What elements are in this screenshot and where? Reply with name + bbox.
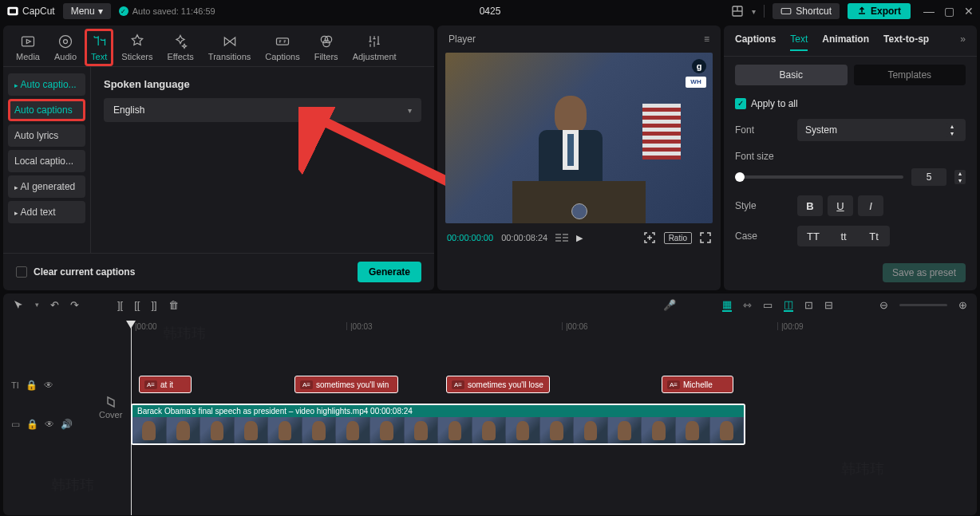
bold-button[interactable]: B xyxy=(797,195,823,216)
video-clip[interactable]: Barack Obama's final speech as president… xyxy=(131,404,745,445)
tool-tabs: Media Audio Text Stickers Effects Transi… xyxy=(3,26,434,67)
cursor-chevron[interactable]: ▾ xyxy=(35,301,39,309)
autosave-text: Auto saved: 11:46:59 xyxy=(132,6,215,16)
generate-button[interactable]: Generate xyxy=(358,262,421,282)
subtab-templates[interactable]: Templates xyxy=(854,65,966,85)
list-icon[interactable] xyxy=(555,233,568,242)
tab-filters[interactable]: Filters xyxy=(308,29,345,66)
cover-button[interactable]: Cover xyxy=(99,396,122,419)
rtab-animation[interactable]: Animation xyxy=(822,33,869,51)
sidebar-auto-captions[interactable]: Auto captions xyxy=(8,99,85,121)
autosave-status: ✓ Auto saved: 11:46:59 xyxy=(119,6,215,16)
fontsize-value[interactable]: 5 xyxy=(911,168,946,186)
rtab-tts[interactable]: Text-to-sp xyxy=(883,33,929,51)
split-button[interactable]: ]​[ xyxy=(117,299,123,311)
sidebar-add-text[interactable]: Add text xyxy=(8,201,85,223)
text-track-icon: TI xyxy=(11,380,19,390)
apply-to-all[interactable]: ✓ Apply to all xyxy=(735,98,966,109)
play-button[interactable]: ▶ xyxy=(576,233,583,243)
caption-clip[interactable]: A≡Michelle xyxy=(662,376,733,393)
caption-track-body[interactable]: A≡at itA≡sometimes you'll winA≡sometimes… xyxy=(131,373,977,397)
font-stepper[interactable]: ▴▾ xyxy=(946,123,958,137)
tab-text[interactable]: Text xyxy=(85,29,113,66)
font-select[interactable]: System ▴▾ xyxy=(797,119,966,141)
trim-left-button[interactable]: [​[ xyxy=(134,299,140,311)
fontsize-slider[interactable] xyxy=(735,175,903,179)
layout-chevron[interactable]: ▾ xyxy=(752,7,756,16)
tab-stickers-label: Stickers xyxy=(121,52,152,61)
language-select[interactable]: English ▾ xyxy=(104,98,421,122)
language-value: English xyxy=(113,104,144,116)
magnet-icon[interactable]: ▦ xyxy=(722,298,732,312)
subtab-basic[interactable]: Basic xyxy=(735,65,848,85)
tab-stickers[interactable]: Stickers xyxy=(115,29,159,66)
maximize-button[interactable]: ▢ xyxy=(944,5,954,18)
tab-media[interactable]: Media xyxy=(10,29,46,66)
caption-clip[interactable]: A≡sometimes you'll lose xyxy=(446,376,550,393)
link-icon[interactable]: ⇿ xyxy=(743,299,752,311)
sidebar-auto-caption-group[interactable]: Auto captio... xyxy=(8,73,85,96)
eye-icon[interactable]: 👁 xyxy=(45,419,54,430)
video-track-icon: ▭ xyxy=(11,419,20,430)
mute-icon[interactable]: 🔊 xyxy=(61,419,73,430)
zoom-slider[interactable] xyxy=(899,304,947,306)
trim-right-button[interactable]: ]​] xyxy=(151,299,156,311)
menu-button[interactable]: Menu ▾ xyxy=(63,3,111,19)
more-tabs-icon[interactable]: » xyxy=(960,33,966,51)
text-sidebar: Auto captio... Auto captions Auto lyrics… xyxy=(3,67,91,253)
uppercase-button[interactable]: TT xyxy=(800,226,826,246)
clear-captions-checkbox[interactable]: Clear current captions xyxy=(16,266,135,278)
tab-adjustment-label: Adjustment xyxy=(353,52,397,61)
zoom-icon[interactable]: ⊟ xyxy=(824,299,833,311)
tracks: TI 🔒 👁 A≡at itA≡sometimes you'll winA≡so… xyxy=(3,373,977,445)
caption-clip[interactable]: A≡sometimes you'll win xyxy=(294,376,398,393)
layout-icon[interactable] xyxy=(731,5,744,18)
zoom-in-button[interactable]: ⊕ xyxy=(958,299,967,311)
sidebar-local-caption[interactable]: Local captio... xyxy=(8,150,85,172)
video-track-body[interactable]: Barack Obama's final speech as president… xyxy=(131,404,977,445)
player-header: Player ≡ xyxy=(437,26,721,53)
ruler[interactable]: |00:00|00:03|00:06|00:09 xyxy=(131,322,977,337)
zoom-out-button[interactable]: ⊖ xyxy=(879,299,888,311)
caption-badge: A≡ xyxy=(452,380,464,389)
italic-button[interactable]: I xyxy=(858,195,883,216)
sidebar-ai-generated[interactable]: AI generated xyxy=(8,175,85,198)
lowercase-button[interactable]: tt xyxy=(831,226,856,246)
titlecase-button[interactable]: Tt xyxy=(861,226,887,246)
tab-audio[interactable]: Audio xyxy=(48,29,83,66)
tab-captions[interactable]: Captions xyxy=(259,29,306,66)
tab-transitions[interactable]: Transitions xyxy=(202,29,257,66)
font-label: Font xyxy=(735,124,788,136)
eye-icon[interactable]: 👁 xyxy=(44,380,53,391)
fontsize-stepper[interactable]: ▴▾ xyxy=(954,170,966,184)
delete-button[interactable]: 🗑 xyxy=(168,299,179,311)
settings-icon[interactable]: ⊡ xyxy=(804,299,813,311)
player-menu-icon[interactable]: ≡ xyxy=(704,33,709,45)
minimize-button[interactable]: — xyxy=(923,5,935,18)
tab-adjustment[interactable]: Adjustment xyxy=(346,29,403,66)
cursor-icon[interactable] xyxy=(13,299,24,310)
export-button[interactable]: Export xyxy=(848,3,911,19)
style-buttons: B U I xyxy=(797,195,883,216)
redo-button[interactable]: ↷ xyxy=(70,299,79,311)
caption-clip[interactable]: A≡at it xyxy=(139,376,192,393)
lock-icon[interactable]: 🔒 xyxy=(26,419,38,430)
snap-icon[interactable]: ◫ xyxy=(784,298,793,312)
mic-icon[interactable]: 🎤 xyxy=(663,299,676,311)
player-video[interactable]: g WH xyxy=(445,53,713,223)
tab-effects[interactable]: Effects xyxy=(160,29,200,66)
undo-button[interactable]: ↶ xyxy=(50,299,59,311)
save-preset-button[interactable]: Save as preset xyxy=(883,263,966,282)
rtab-captions[interactable]: Captions xyxy=(735,33,776,51)
scan-icon[interactable] xyxy=(643,231,656,244)
lock-icon[interactable]: 🔒 xyxy=(26,380,38,391)
ratio-button[interactable]: Ratio xyxy=(664,232,692,244)
preview-icon[interactable]: ▭ xyxy=(763,299,773,311)
close-button[interactable]: ✕ xyxy=(964,5,974,18)
fullscreen-icon[interactable] xyxy=(700,232,711,243)
caption-text: at it xyxy=(160,380,173,389)
underline-button[interactable]: U xyxy=(828,195,853,216)
rtab-text[interactable]: Text xyxy=(790,33,808,51)
sidebar-auto-lyrics[interactable]: Auto lyrics xyxy=(8,124,85,147)
shortcut-button[interactable]: Shortcut xyxy=(773,3,840,19)
